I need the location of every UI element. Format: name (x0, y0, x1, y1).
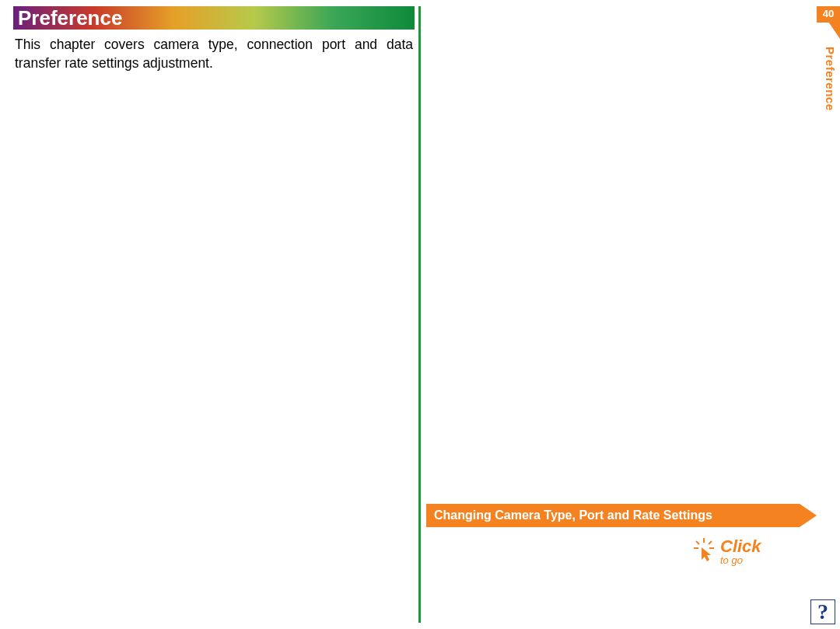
click-to-go[interactable]: Click to go (694, 538, 761, 566)
page-number: 40 (817, 6, 840, 23)
chapter-intro-text: This chapter covers camera type, connect… (13, 36, 415, 72)
section-link-banner[interactable]: Changing Camera Type, Port and Rate Sett… (426, 504, 817, 527)
arrow-right-icon (800, 504, 817, 527)
chapter-title-bar: Preference (13, 6, 415, 30)
tab-triangle-icon (817, 22, 840, 39)
page-tab: 40 (817, 6, 840, 39)
help-button[interactable]: ? (810, 599, 835, 624)
chapter-title: Preference (18, 6, 122, 30)
svg-line-2 (709, 541, 712, 544)
section-link-text: Changing Camera Type, Port and Rate Sett… (426, 504, 800, 527)
click-sub-label: to go (720, 554, 761, 566)
svg-line-1 (696, 541, 699, 544)
left-column: Preference This chapter covers camera ty… (13, 6, 415, 72)
side-section-label: Preference (824, 47, 837, 111)
click-text-block: Click to go (720, 538, 761, 566)
column-divider (418, 6, 421, 623)
cursor-click-icon (694, 538, 714, 563)
click-label: Click (720, 538, 761, 555)
question-mark-icon: ? (817, 601, 828, 623)
